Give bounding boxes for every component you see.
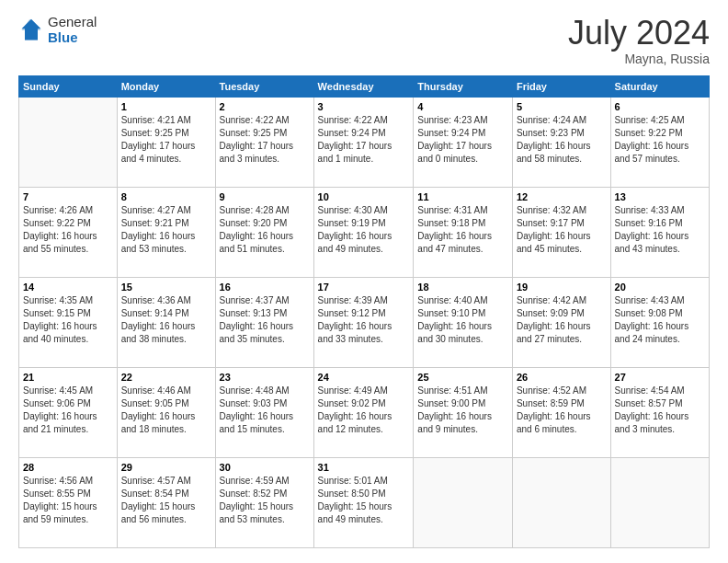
calendar-cell	[610, 457, 709, 547]
day-info: Sunrise: 4:56 AM Sunset: 8:55 PM Dayligh…	[23, 475, 113, 526]
calendar-cell: 9Sunrise: 4:28 AM Sunset: 9:20 PM Daylig…	[215, 187, 313, 277]
logo-general-text: General	[48, 15, 97, 30]
calendar-cell: 12Sunrise: 4:32 AM Sunset: 9:17 PM Dayli…	[512, 187, 610, 277]
day-number: 31	[318, 462, 410, 473]
day-number: 5	[517, 101, 607, 112]
day-info: Sunrise: 4:57 AM Sunset: 8:54 PM Dayligh…	[121, 475, 211, 526]
day-info: Sunrise: 4:22 AM Sunset: 9:24 PM Dayligh…	[318, 114, 410, 166]
calendar-cell: 16Sunrise: 4:37 AM Sunset: 9:13 PM Dayli…	[215, 277, 313, 367]
day-number: 11	[417, 191, 508, 202]
day-number: 2	[220, 101, 310, 112]
day-number: 25	[417, 372, 508, 383]
logo-text: General Blue	[48, 15, 97, 45]
header-row: SundayMondayTuesdayWednesdayThursdayFrid…	[19, 75, 710, 97]
day-number: 7	[23, 191, 113, 202]
calendar-cell: 10Sunrise: 4:30 AM Sunset: 9:19 PM Dayli…	[313, 187, 414, 277]
day-number: 9	[220, 191, 310, 202]
calendar-cell: 17Sunrise: 4:39 AM Sunset: 9:12 PM Dayli…	[313, 277, 414, 367]
week-row: 1Sunrise: 4:21 AM Sunset: 9:25 PM Daylig…	[19, 97, 710, 187]
calendar-cell: 20Sunrise: 4:43 AM Sunset: 9:08 PM Dayli…	[610, 277, 709, 367]
day-number: 12	[517, 191, 607, 202]
day-info: Sunrise: 4:30 AM Sunset: 9:19 PM Dayligh…	[318, 204, 410, 256]
location: Mayna, Russia	[568, 52, 710, 66]
week-row: 14Sunrise: 4:35 AM Sunset: 9:15 PM Dayli…	[19, 277, 710, 367]
calendar-cell	[414, 457, 513, 547]
week-row: 28Sunrise: 4:56 AM Sunset: 8:55 PM Dayli…	[19, 457, 710, 547]
day-info: Sunrise: 4:36 AM Sunset: 9:14 PM Dayligh…	[121, 294, 211, 346]
day-number: 6	[615, 101, 705, 112]
week-row: 21Sunrise: 4:45 AM Sunset: 9:06 PM Dayli…	[19, 367, 710, 457]
day-number: 26	[517, 372, 607, 383]
day-info: Sunrise: 4:33 AM Sunset: 9:16 PM Dayligh…	[615, 204, 705, 256]
day-number: 23	[220, 372, 310, 383]
day-info: Sunrise: 4:23 AM Sunset: 9:24 PM Dayligh…	[417, 114, 508, 166]
day-info: Sunrise: 4:51 AM Sunset: 9:00 PM Dayligh…	[417, 385, 508, 436]
day-number: 10	[318, 191, 410, 202]
calendar-cell: 8Sunrise: 4:27 AM Sunset: 9:21 PM Daylig…	[117, 187, 215, 277]
calendar-cell: 13Sunrise: 4:33 AM Sunset: 9:16 PM Dayli…	[610, 187, 709, 277]
day-number: 28	[23, 462, 113, 473]
calendar-cell: 30Sunrise: 4:59 AM Sunset: 8:52 PM Dayli…	[215, 457, 313, 547]
day-info: Sunrise: 4:46 AM Sunset: 9:05 PM Dayligh…	[121, 385, 211, 436]
calendar-cell: 28Sunrise: 4:56 AM Sunset: 8:55 PM Dayli…	[19, 457, 118, 547]
calendar-cell: 24Sunrise: 4:49 AM Sunset: 9:02 PM Dayli…	[313, 367, 414, 457]
day-header: Tuesday	[215, 75, 313, 97]
calendar-cell: 21Sunrise: 4:45 AM Sunset: 9:06 PM Dayli…	[19, 367, 118, 457]
calendar-cell: 3Sunrise: 4:22 AM Sunset: 9:24 PM Daylig…	[313, 97, 414, 187]
calendar-table: SundayMondayTuesdayWednesdayThursdayFrid…	[18, 75, 710, 548]
calendar-cell: 25Sunrise: 4:51 AM Sunset: 9:00 PM Dayli…	[414, 367, 513, 457]
calendar-cell: 27Sunrise: 4:54 AM Sunset: 8:57 PM Dayli…	[610, 367, 709, 457]
day-info: Sunrise: 4:35 AM Sunset: 9:15 PM Dayligh…	[23, 294, 113, 346]
day-number: 15	[121, 282, 211, 293]
page: General Blue July 2024 Mayna, Russia Sun…	[0, 0, 728, 563]
day-info: Sunrise: 4:25 AM Sunset: 9:22 PM Dayligh…	[615, 114, 705, 166]
day-info: Sunrise: 4:52 AM Sunset: 8:59 PM Dayligh…	[517, 385, 607, 436]
calendar-cell: 19Sunrise: 4:42 AM Sunset: 9:09 PM Dayli…	[512, 277, 610, 367]
day-info: Sunrise: 4:49 AM Sunset: 9:02 PM Dayligh…	[318, 385, 410, 436]
day-info: Sunrise: 4:43 AM Sunset: 9:08 PM Dayligh…	[615, 294, 705, 346]
day-info: Sunrise: 4:54 AM Sunset: 8:57 PM Dayligh…	[615, 385, 705, 436]
logo: General Blue	[18, 15, 97, 45]
calendar-cell: 11Sunrise: 4:31 AM Sunset: 9:18 PM Dayli…	[414, 187, 513, 277]
day-info: Sunrise: 4:21 AM Sunset: 9:25 PM Dayligh…	[121, 114, 211, 166]
calendar-cell: 4Sunrise: 4:23 AM Sunset: 9:24 PM Daylig…	[414, 97, 513, 187]
day-header: Friday	[512, 75, 610, 97]
day-info: Sunrise: 4:24 AM Sunset: 9:23 PM Dayligh…	[517, 114, 607, 166]
day-info: Sunrise: 4:39 AM Sunset: 9:12 PM Dayligh…	[318, 294, 410, 346]
calendar-cell: 23Sunrise: 4:48 AM Sunset: 9:03 PM Dayli…	[215, 367, 313, 457]
day-info: Sunrise: 4:40 AM Sunset: 9:10 PM Dayligh…	[417, 294, 508, 346]
week-row: 7Sunrise: 4:26 AM Sunset: 9:22 PM Daylig…	[19, 187, 710, 277]
calendar-cell	[512, 457, 610, 547]
day-info: Sunrise: 4:26 AM Sunset: 9:22 PM Dayligh…	[23, 204, 113, 256]
calendar-cell: 26Sunrise: 4:52 AM Sunset: 8:59 PM Dayli…	[512, 367, 610, 457]
calendar-cell: 7Sunrise: 4:26 AM Sunset: 9:22 PM Daylig…	[19, 187, 118, 277]
day-info: Sunrise: 4:59 AM Sunset: 8:52 PM Dayligh…	[220, 475, 310, 526]
day-number: 20	[615, 282, 705, 293]
day-header: Monday	[117, 75, 215, 97]
month-title: July 2024	[568, 15, 710, 52]
day-number: 21	[23, 372, 113, 383]
day-number: 3	[318, 101, 410, 112]
day-number: 1	[121, 101, 211, 112]
calendar-cell: 14Sunrise: 4:35 AM Sunset: 9:15 PM Dayli…	[19, 277, 118, 367]
day-number: 29	[121, 462, 211, 473]
calendar-cell	[19, 97, 118, 187]
day-number: 19	[517, 282, 607, 293]
calendar-cell: 15Sunrise: 4:36 AM Sunset: 9:14 PM Dayli…	[117, 277, 215, 367]
calendar-cell: 2Sunrise: 4:22 AM Sunset: 9:25 PM Daylig…	[215, 97, 313, 187]
day-number: 27	[615, 372, 705, 383]
day-info: Sunrise: 4:22 AM Sunset: 9:25 PM Dayligh…	[220, 114, 310, 166]
day-info: Sunrise: 5:01 AM Sunset: 8:50 PM Dayligh…	[318, 475, 410, 526]
logo-icon	[18, 17, 44, 43]
day-number: 30	[220, 462, 310, 473]
calendar-cell: 1Sunrise: 4:21 AM Sunset: 9:25 PM Daylig…	[117, 97, 215, 187]
day-info: Sunrise: 4:42 AM Sunset: 9:09 PM Dayligh…	[517, 294, 607, 346]
day-info: Sunrise: 4:27 AM Sunset: 9:21 PM Dayligh…	[121, 204, 211, 256]
day-number: 24	[318, 372, 410, 383]
day-info: Sunrise: 4:48 AM Sunset: 9:03 PM Dayligh…	[220, 385, 310, 436]
day-number: 17	[318, 282, 410, 293]
calendar-cell: 5Sunrise: 4:24 AM Sunset: 9:23 PM Daylig…	[512, 97, 610, 187]
calendar-cell: 6Sunrise: 4:25 AM Sunset: 9:22 PM Daylig…	[610, 97, 709, 187]
calendar-cell: 31Sunrise: 5:01 AM Sunset: 8:50 PM Dayli…	[313, 457, 414, 547]
day-number: 16	[220, 282, 310, 293]
